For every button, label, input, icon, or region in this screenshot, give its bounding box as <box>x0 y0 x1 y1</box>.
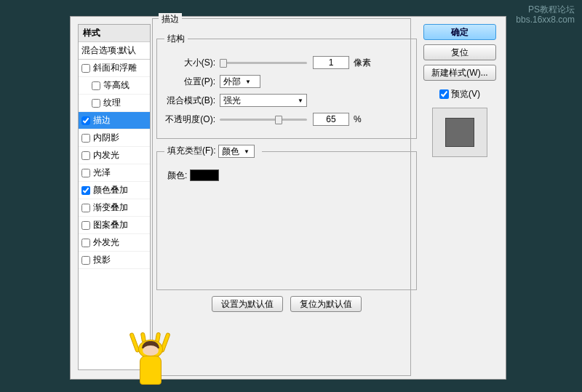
position-label: 位置(P): <box>164 76 215 88</box>
sidebar-item-label: 内发光 <box>93 149 119 161</box>
style-checkbox[interactable] <box>81 134 90 143</box>
opacity-input[interactable]: 65 <box>313 113 349 126</box>
opacity-row: 不透明度(O): 65 % <box>164 112 409 127</box>
sidebar-item-label: 描边 <box>93 114 111 127</box>
blend-mode-label: 混合模式(B): <box>164 95 215 107</box>
sidebar-item-label: 等高线 <box>103 79 129 92</box>
fill-type-label: 填充类型(F): <box>167 145 216 156</box>
fill-fieldset: 填充类型(F): 颜色 ▼ 颜色: <box>156 145 417 290</box>
fill-type-dropdown[interactable]: 颜色 ▼ <box>218 145 255 158</box>
style-checkbox[interactable] <box>81 239 90 247</box>
sidebar-item-label: 纹理 <box>103 97 121 109</box>
watermark-line2: bbs.16xx8.com <box>516 15 575 25</box>
color-row: 颜色: <box>164 168 409 183</box>
sidebar-item-10[interactable]: 外发光 <box>79 234 150 252</box>
new-style-button[interactable]: 新建样式(W)... <box>423 65 496 81</box>
position-value: 外部 <box>223 76 241 88</box>
sidebar-item-8[interactable]: 渐变叠加 <box>79 199 150 217</box>
sidebar-item-4[interactable]: 内阴影 <box>79 129 150 147</box>
default-buttons-row: 设置为默认值 复位为默认值 <box>156 296 417 312</box>
sidebar-item-1[interactable]: 等高线 <box>79 77 150 95</box>
position-dropdown[interactable]: 外部 ▼ <box>220 75 260 88</box>
blend-mode-dropdown[interactable]: 强光 ▼ <box>220 94 307 107</box>
color-swatch[interactable] <box>190 169 219 181</box>
sidebar-item-label: 图案叠加 <box>93 219 128 231</box>
ok-button[interactable]: 确定 <box>423 24 496 40</box>
sidebar-item-2[interactable]: 纹理 <box>79 95 150 112</box>
sidebar-item-0[interactable]: 斜面和浮雕 <box>79 60 150 77</box>
sidebar-header: 样式 <box>79 25 150 42</box>
main-panel: 结构 大小(S): 1 像素 位置(P): 外部 ▼ 混合模式(B): 强光 ▼ <box>156 24 417 370</box>
style-checkbox[interactable] <box>81 221 90 230</box>
blend-mode-value: 强光 <box>223 95 241 107</box>
preview-checkbox[interactable] <box>439 89 449 99</box>
chevron-down-icon: ▼ <box>298 97 303 104</box>
cancel-button[interactable]: 复位 <box>423 44 496 60</box>
chevron-down-icon: ▼ <box>244 148 250 155</box>
sidebar-item-11[interactable]: 投影 <box>79 252 150 269</box>
preview-swatch <box>445 118 474 147</box>
sidebar-item-label: 颜色叠加 <box>93 184 128 196</box>
opacity-slider[interactable] <box>220 114 307 124</box>
sidebar-item-7[interactable]: 颜色叠加 <box>79 182 150 199</box>
opacity-unit: % <box>354 114 362 124</box>
sidebar-item-label: 投影 <box>93 254 111 266</box>
watermark: PS教程论坛 bbs.16xx8.com <box>516 4 575 25</box>
watermark-line1: PS教程论坛 <box>516 4 575 15</box>
style-checkbox[interactable] <box>92 99 100 108</box>
size-label: 大小(S): <box>164 57 215 69</box>
styles-sidebar: 样式 混合选项:默认 斜面和浮雕等高线纹理描边内阴影内发光光泽颜色叠加渐变叠加图… <box>78 24 151 370</box>
style-checkbox[interactable] <box>81 186 90 195</box>
preview-label: 预览(V) <box>451 88 480 100</box>
chevron-down-icon: ▼ <box>245 79 251 85</box>
sidebar-item-label: 渐变叠加 <box>93 201 128 214</box>
sidebar-item-label: 光泽 <box>93 167 111 179</box>
preview-box <box>432 108 487 157</box>
cartoon-mascot <box>132 327 169 385</box>
opacity-label: 不透明度(O): <box>164 113 215 126</box>
preview-checkbox-row[interactable]: 预览(V) <box>439 88 480 100</box>
structure-fieldset: 结构 大小(S): 1 像素 位置(P): 外部 ▼ 混合模式(B): 强光 ▼ <box>156 33 417 139</box>
right-column: 确定 复位 新建样式(W)... 预览(V) <box>417 24 495 370</box>
color-label: 颜色: <box>167 169 187 182</box>
reset-default-button[interactable]: 复位为默认值 <box>290 296 362 312</box>
make-default-button[interactable]: 设置为默认值 <box>212 296 283 312</box>
sidebar-item-3[interactable]: 描边 <box>79 112 150 129</box>
fill-type-value: 颜色 <box>222 145 239 158</box>
opacity-slider-thumb[interactable] <box>275 116 282 124</box>
fill-legend: 填充类型(F): 颜色 ▼ <box>164 145 262 158</box>
layer-style-dialog: 描边 样式 混合选项:默认 斜面和浮雕等高线纹理描边内阴影内发光光泽颜色叠加渐变… <box>70 16 506 380</box>
size-input[interactable]: 1 <box>313 56 349 69</box>
style-checkbox[interactable] <box>92 81 100 90</box>
sidebar-item-9[interactable]: 图案叠加 <box>79 217 150 234</box>
sidebar-item-label: 斜面和浮雕 <box>93 62 137 74</box>
style-checkbox[interactable] <box>81 116 90 125</box>
size-unit: 像素 <box>354 57 371 69</box>
style-checkbox[interactable] <box>81 64 90 73</box>
style-checkbox[interactable] <box>81 256 90 265</box>
style-checkbox[interactable] <box>81 151 90 160</box>
size-slider[interactable] <box>220 57 307 68</box>
sidebar-item-label: 内阴影 <box>93 132 119 144</box>
size-slider-thumb[interactable] <box>220 59 227 68</box>
sidebar-item-5[interactable]: 内发光 <box>79 147 150 164</box>
blend-mode-row: 混合模式(B): 强光 ▼ <box>164 93 409 108</box>
style-checkbox[interactable] <box>81 169 90 177</box>
style-checkbox[interactable] <box>81 204 90 212</box>
structure-legend: 结构 <box>164 33 188 45</box>
blending-options-item[interactable]: 混合选项:默认 <box>79 42 150 60</box>
position-row: 位置(P): 外部 ▼ <box>164 74 409 89</box>
size-row: 大小(S): 1 像素 <box>164 55 409 70</box>
sidebar-item-label: 外发光 <box>93 236 119 249</box>
sidebar-item-6[interactable]: 光泽 <box>79 164 150 182</box>
